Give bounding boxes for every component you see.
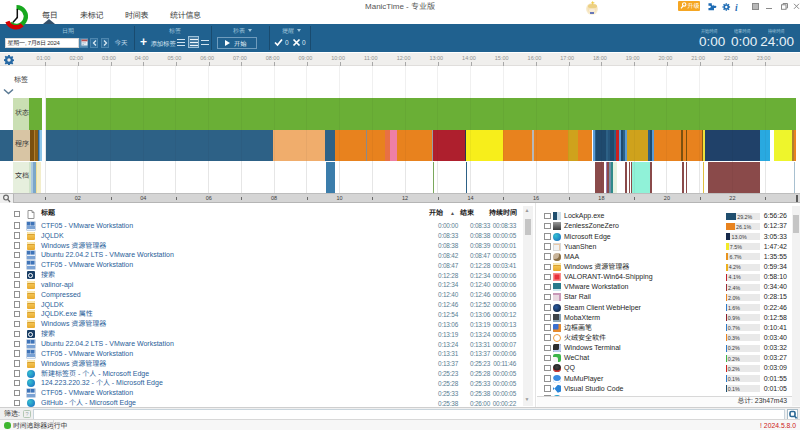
svg-text:i: i: [735, 3, 738, 13]
